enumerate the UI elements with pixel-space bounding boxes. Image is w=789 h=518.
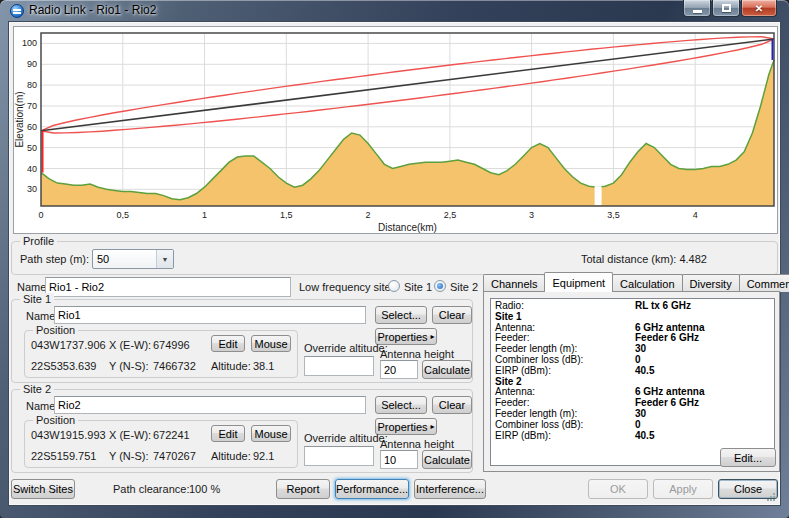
elevation-profile-chart: 00,511,522,533,5430405060708090100Distan… <box>13 26 778 234</box>
site2-clear-button[interactable]: Clear <box>432 396 472 414</box>
site1-name-input[interactable] <box>54 306 366 324</box>
maximize-icon <box>722 4 731 12</box>
svg-text:50: 50 <box>27 143 37 153</box>
profile-group-label: Profile <box>20 235 57 247</box>
equipment-row: Antenna:6 GHz antenna <box>495 323 770 334</box>
path-clearance-value: 100 % <box>189 483 220 495</box>
ok-button[interactable]: OK <box>588 479 648 499</box>
site1-edit-button[interactable]: Edit <box>211 335 245 352</box>
tab-equipment[interactable]: Equipment <box>544 272 613 292</box>
equipment-row-value: 40.5 <box>635 431 654 442</box>
site1-y-value: 7466732 <box>153 360 196 372</box>
site1-longitude: 043W1737.906 <box>31 339 106 351</box>
svg-text:60: 60 <box>27 122 37 132</box>
dialog-client-area: 00,511,522,533,5430405060708090100Distan… <box>8 21 781 506</box>
equipment-row-label: Site 1 <box>495 312 635 323</box>
site1-position-group: Position 043W1737.906 X (E-W): 674996 Ed… <box>24 330 298 378</box>
equipment-edit-button[interactable]: Edit... <box>720 448 776 467</box>
site1-antenna-height-input[interactable] <box>380 360 418 379</box>
link-name-input[interactable] <box>45 277 291 297</box>
total-distance-value: 4.482 <box>679 253 707 265</box>
site1-altitude-label: Altitude: <box>211 360 251 372</box>
site2-mouse-button[interactable]: Mouse <box>251 425 291 442</box>
equipment-row: EIRP (dBm):40.5 <box>495 366 770 377</box>
site2-longitude: 043W1915.993 <box>31 429 106 441</box>
site2-edit-button[interactable]: Edit <box>211 425 245 442</box>
tab-comment[interactable]: Comment <box>739 274 789 292</box>
svg-text:2: 2 <box>366 210 371 220</box>
chevron-down-icon: ▼ <box>156 250 173 268</box>
site2-antenna-height-input[interactable] <box>380 450 418 469</box>
flyout-arrow-icon: ▸ <box>431 422 435 431</box>
equipment-tabstrip: ChannelsEquipmentCalculationDiversityCom… <box>483 272 789 292</box>
resize-grip[interactable] <box>766 492 776 502</box>
low-frequency-site-label: Low frequency site: <box>299 281 394 293</box>
site2-x-label: X (E-W): <box>109 429 151 441</box>
total-distance: Total distance (km): 4.482 <box>581 253 707 265</box>
site1-calculate-button[interactable]: Calculate <box>422 360 472 379</box>
equipment-row: EIRP (dBm):40.5 <box>495 431 770 442</box>
window-title: Radio Link - Rio1 - Rio2 <box>29 3 156 17</box>
site2-calculate-button[interactable]: Calculate <box>422 450 472 469</box>
apply-button[interactable]: Apply <box>653 479 713 499</box>
site2-name-input[interactable] <box>54 396 366 414</box>
site1-override-altitude-input[interactable] <box>304 356 374 376</box>
equipment-row: Combiner loss (dB):0 <box>495 420 770 431</box>
performance-button[interactable]: Performance... <box>335 479 409 499</box>
site2-group: Site 2 Name: Select... Clear Properties … <box>11 389 473 473</box>
tab-calculation[interactable]: Calculation <box>612 274 682 292</box>
site1-antenna-height-label: Antenna height <box>380 348 454 360</box>
site1-select-button[interactable]: Select... <box>375 306 427 324</box>
equipment-row-label: Combiner loss (dB): <box>495 420 635 431</box>
site2-radio-label[interactable]: Site 2 <box>450 281 478 293</box>
site1-x-label: X (E-W): <box>109 339 151 351</box>
tab-channels[interactable]: Channels <box>483 274 545 292</box>
svg-text:3,5: 3,5 <box>607 210 620 220</box>
site2-override-altitude-input[interactable] <box>304 446 374 466</box>
site1-radio-button[interactable] <box>388 280 400 292</box>
site2-altitude-label: Altitude: <box>211 450 251 462</box>
svg-text:80: 80 <box>27 80 37 90</box>
site2-radio-button[interactable] <box>434 280 446 292</box>
equipment-row: Radio:RL tx 6 GHz <box>495 301 770 312</box>
site1-y-label: Y (N-S): <box>109 360 149 372</box>
svg-text:1,5: 1,5 <box>280 210 293 220</box>
site2-position-label: Position <box>33 414 78 426</box>
site2-y-label: Y (N-S): <box>109 450 149 462</box>
site1-override-altitude-label: Override altitude: <box>304 342 388 354</box>
site1-mouse-button[interactable]: Mouse <box>251 335 291 352</box>
path-step-combobox[interactable]: 50 ▼ <box>92 249 174 269</box>
svg-text:1: 1 <box>202 210 207 220</box>
site2-x-value: 672241 <box>153 429 190 441</box>
title-bar[interactable]: Radio Link - Rio1 - Rio2 ✕ <box>0 0 789 21</box>
site1-altitude-value: 38.1 <box>253 360 274 372</box>
svg-text:3: 3 <box>529 210 534 220</box>
interference-button[interactable]: Interference... <box>414 479 486 499</box>
svg-text:30: 30 <box>27 184 37 194</box>
tab-diversity[interactable]: Diversity <box>682 274 740 292</box>
switch-sites-button[interactable]: Switch Sites <box>11 479 75 499</box>
radio-link-window: Radio Link - Rio1 - Rio2 ✕ 00,511,522,53… <box>0 0 789 518</box>
site2-latitude: 22S5159.751 <box>31 450 96 462</box>
equipment-row: Site 2 <box>495 377 770 388</box>
maximize-button[interactable] <box>712 0 740 17</box>
site1-clear-button[interactable]: Clear <box>432 306 472 324</box>
equipment-row-value: RL tx 6 GHz <box>635 301 691 312</box>
path-clearance-label: Path clearance: <box>113 483 189 495</box>
site2-altitude-value: 92.1 <box>253 450 274 462</box>
site2-position-group: Position 043W1915.993 X (E-W): 672241 Ed… <box>24 420 298 468</box>
svg-text:Elevation(m): Elevation(m) <box>14 91 25 147</box>
report-button[interactable]: Report <box>276 479 330 499</box>
path-step-label: Path step (m): <box>20 253 89 265</box>
site2-group-label: Site 2 <box>20 383 54 395</box>
equipment-list: Radio:RL tx 6 GHzSite 1Antenna:6 GHz ant… <box>490 298 775 466</box>
site1-radio-label[interactable]: Site 1 <box>404 281 432 293</box>
close-icon: ✕ <box>755 3 763 14</box>
minimize-button[interactable] <box>683 0 711 17</box>
svg-text:100: 100 <box>22 38 37 48</box>
svg-text:90: 90 <box>27 59 37 69</box>
close-window-button[interactable]: ✕ <box>741 0 777 17</box>
equipment-row-label: EIRP (dBm): <box>495 431 635 442</box>
site1-position-label: Position <box>33 324 78 336</box>
site2-select-button[interactable]: Select... <box>375 396 427 414</box>
